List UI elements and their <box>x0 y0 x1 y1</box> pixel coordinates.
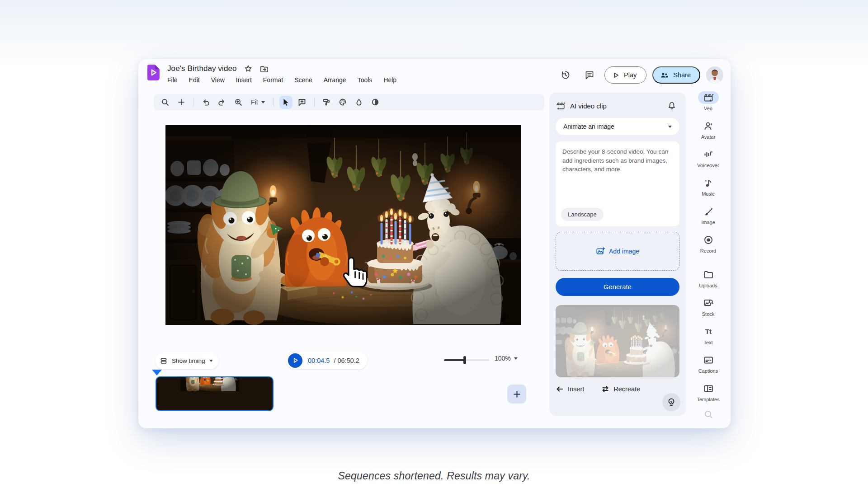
fit-zoom-dropdown[interactable]: Fit <box>248 96 268 109</box>
rail-item-uploads[interactable]: Uploads <box>686 266 731 294</box>
rail-item-avatar[interactable]: Avatar <box>686 117 731 145</box>
rail-item-image[interactable]: Image <box>686 202 731 231</box>
zoom-level-dropdown[interactable]: 100% <box>495 355 518 362</box>
time-display: 00:04.5 / 06:50.2 <box>308 357 359 364</box>
toolbar-divider <box>314 98 315 107</box>
arrow-left-icon <box>556 385 564 393</box>
add-scene-button[interactable] <box>507 385 526 404</box>
menu-tools[interactable]: Tools <box>358 76 373 84</box>
generated-clip-image <box>556 305 679 377</box>
slider-fill <box>444 359 465 361</box>
add-icon[interactable] <box>175 96 188 109</box>
veo-icon <box>703 92 714 103</box>
recreate-button[interactable]: Recreate <box>601 385 640 393</box>
rail-item-voiceover[interactable]: Voiceover <box>686 145 731 174</box>
aspect-ratio-chip[interactable]: Landscape <box>561 208 604 221</box>
menu-scene[interactable]: Scene <box>294 76 312 84</box>
fit-label: Fit <box>251 99 258 106</box>
play-button[interactable]: Play <box>604 66 646 84</box>
generated-clip-preview[interactable] <box>556 305 679 377</box>
rail-item-music[interactable]: Music <box>686 174 731 202</box>
mode-select-dropdown[interactable]: Animate an image <box>556 118 679 135</box>
plus-icon <box>513 390 521 399</box>
total-time: / 06:50.2 <box>334 357 359 364</box>
share-people-icon <box>660 71 669 80</box>
rail-item-templates[interactable]: Templates <box>686 380 731 408</box>
menu-format[interactable]: Format <box>263 76 283 84</box>
templates-icon <box>703 383 714 394</box>
record-icon <box>703 235 714 245</box>
timeline-zoom-slider[interactable] <box>444 359 489 361</box>
rail-label: Captions <box>698 368 718 374</box>
image-tool-icon <box>703 206 714 217</box>
add-image-button[interactable]: Add image <box>556 232 679 271</box>
show-timing-dropdown[interactable]: Show timing <box>155 352 219 369</box>
vids-app-window: Joe's Birthday video File Edit View Inse… <box>138 59 731 428</box>
disclaimer-caption: Sequences shortened. Results may vary. <box>0 470 868 482</box>
redo-icon[interactable] <box>215 96 228 109</box>
rail-label: Templates <box>697 397 719 402</box>
menu-insert[interactable]: Insert <box>236 76 252 84</box>
menu-view[interactable]: View <box>211 76 225 84</box>
rail-label: Voiceover <box>697 163 719 168</box>
rail-item-captions[interactable]: Captions <box>686 351 731 380</box>
document-title[interactable]: Joe's Birthday video <box>167 64 237 73</box>
timeline-play-button[interactable] <box>288 353 302 368</box>
play-icon <box>292 357 298 363</box>
mode-selected-value: Animate an image <box>563 123 614 130</box>
scene-thumbnail-selected[interactable] <box>156 376 274 411</box>
playhead-marker[interactable] <box>152 370 162 375</box>
rail-label: Image <box>701 220 715 225</box>
recreate-label: Recreate <box>613 385 640 393</box>
search-icon[interactable] <box>158 96 171 109</box>
rail-item-text[interactable]: Tt Text <box>686 323 731 351</box>
menubar: File Edit View Insert Format Scene Arran… <box>167 76 396 84</box>
caret-down-icon <box>668 126 672 128</box>
rail-label: Avatar <box>701 134 716 140</box>
undo-icon[interactable] <box>199 96 212 109</box>
zoom-level-value: 100% <box>495 355 511 362</box>
contrast-icon[interactable] <box>369 96 382 109</box>
star-icon[interactable] <box>243 64 253 74</box>
version-history-icon[interactable] <box>557 66 575 84</box>
play-label: Play <box>624 71 637 79</box>
move-folder-icon[interactable] <box>259 64 269 74</box>
rail-item-stock[interactable]: Stock <box>686 294 731 323</box>
slider-handle[interactable] <box>463 356 466 364</box>
menu-arrange[interactable]: Arrange <box>324 76 346 84</box>
share-button[interactable]: Share <box>652 66 700 84</box>
droplet-icon[interactable] <box>353 96 366 109</box>
screen: Joe's Birthday video File Edit View Inse… <box>0 0 868 488</box>
generate-button[interactable]: Generate <box>556 278 679 296</box>
menu-edit[interactable]: Edit <box>189 76 200 84</box>
zoom-in-icon[interactable] <box>231 96 245 109</box>
document-title-block: Joe's Birthday video File Edit View Inse… <box>167 63 396 84</box>
voiceover-icon <box>703 149 714 160</box>
rail-item-record[interactable]: Record <box>686 231 731 259</box>
current-time: 00:04.5 <box>308 357 330 364</box>
show-timing-label: Show timing <box>172 357 205 364</box>
text-icon: Tt <box>703 326 714 337</box>
account-avatar[interactable] <box>706 66 723 84</box>
ai-clip-icon <box>556 101 566 111</box>
tools-rail: Veo Avatar Voiceover <box>686 89 731 422</box>
palette-icon[interactable] <box>336 96 349 109</box>
comments-icon[interactable] <box>580 66 599 84</box>
rail-label: Text <box>703 340 712 345</box>
uploads-icon <box>703 269 714 280</box>
bell-icon[interactable] <box>664 98 679 113</box>
caret-down-icon <box>209 360 213 362</box>
vids-logo[interactable] <box>147 65 160 80</box>
video-canvas[interactable] <box>165 125 521 325</box>
select-tool[interactable] <box>279 96 292 109</box>
scene-thumbnail-image <box>156 377 273 410</box>
rail-item-veo[interactable]: Veo <box>686 89 731 117</box>
insert-button[interactable]: Insert <box>556 385 584 393</box>
rail-label: Uploads <box>699 283 717 288</box>
paint-format-icon[interactable] <box>320 96 333 109</box>
caret-down-icon <box>514 357 518 360</box>
menu-file[interactable]: File <box>167 76 178 84</box>
comment-add-icon[interactable] <box>296 96 309 109</box>
menu-help[interactable]: Help <box>383 76 396 84</box>
tips-button[interactable] <box>662 393 680 411</box>
